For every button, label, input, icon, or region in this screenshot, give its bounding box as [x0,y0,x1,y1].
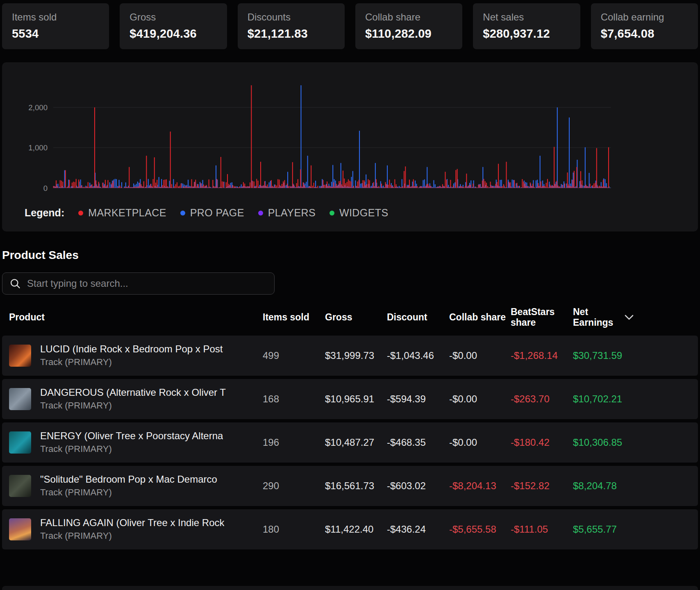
marketplace-dot-icon [78,211,83,216]
stat-card-net-sales: Net sales $280,937.12 [473,3,580,49]
stat-value: $7,654.08 [601,27,688,41]
table-row[interactable]: LUCID (Indie Rock x Bedroom Pop x Post T… [2,336,698,376]
product-cell: ENERGY (Oliver Tree x Poorstacy Alterna … [2,430,263,454]
stat-label: Collab share [365,11,452,23]
stat-card-gross: Gross $419,204.36 [120,3,227,49]
widgets-dot-icon [330,211,334,216]
legend-title: Legend: [25,207,64,219]
table-body: LUCID (Indie Rock x Bedroom Pop x Post T… [2,336,698,549]
stat-label: Discounts [248,11,335,23]
product-title: DANGEROUS (Alternative Rock x Oliver T [40,387,226,398]
legend-item-pro-page[interactable]: PRO PAGE [180,207,244,219]
collab-share-value: -$0.00 [449,393,511,405]
net-earnings-label: Net Earnings [573,307,618,328]
discount-value: -$468.35 [387,437,449,448]
legend-label: MARKETPLACE [88,207,166,219]
collab-share-value: -$5,655.58 [449,524,511,535]
page-title: Product Sales [2,249,698,262]
stat-card-discounts: Discounts $21,121.83 [238,3,345,49]
net-earnings-value: $10,702.21 [573,393,698,405]
legend-label: WIDGETS [339,207,388,219]
sales-chart-panel: 01,0002,000 Legend: MARKETPLACE PRO PAGE… [2,62,698,231]
table-row[interactable]: FALLING AGAIN (Oliver Tree x Indie Rock … [2,509,698,549]
product-title: ENERGY (Oliver Tree x Poorstacy Alterna [40,430,223,442]
stat-label: Gross [130,11,217,23]
beatstars-share-value: -$263.70 [511,393,573,405]
next-row-partial [2,586,698,590]
search-bar [2,272,275,295]
items-sold-value: 499 [263,350,325,361]
svg-text:2,000: 2,000 [28,103,48,112]
chevron-down-icon [625,315,634,320]
column-header-beatstars-share[interactable]: BeatStars share [511,307,573,328]
product-artwork [9,431,31,454]
product-cell: DANGEROUS (Alternative Rock x Oliver T T… [2,387,263,411]
stat-label: Collab earning [601,11,688,23]
stat-label: Net sales [483,11,570,23]
product-type: Track (PRIMARY) [40,531,224,541]
product-cell: "Solitude" Bedroom Pop x Mac Demarco Tra… [2,474,263,498]
product-sales-table: Product Items sold Gross Discount Collab… [2,302,698,549]
product-title: FALLING AGAIN (Oliver Tree x Indie Rock [40,517,224,529]
pro-page-dot-icon [180,211,185,216]
product-artwork [9,475,31,497]
discount-value: -$594.39 [387,393,449,405]
collab-share-value: -$0.00 [449,350,511,361]
product-type: Track (PRIMARY) [40,357,223,368]
gross-value: $10,487.27 [325,437,387,448]
stat-card-collab-earning: Collab earning $7,654.08 [591,3,698,49]
discount-value: -$436.24 [387,524,449,535]
stat-card-items-sold: Items sold 5534 [2,3,109,49]
stat-value: $419,204.36 [130,27,217,41]
gross-value: $11,422.40 [325,524,387,535]
collab-share-value: -$0.00 [449,437,511,448]
product-cell: FALLING AGAIN (Oliver Tree x Indie Rock … [2,517,263,541]
players-dot-icon [258,211,263,216]
stat-value: $280,937.12 [483,27,570,41]
product-type: Track (PRIMARY) [40,400,226,411]
stat-card-collab-share: Collab share $110,282.09 [355,3,462,49]
legend-label: PRO PAGE [190,207,244,219]
svg-text:0: 0 [43,184,48,193]
legend-item-marketplace[interactable]: MARKETPLACE [78,207,166,219]
dashboard-page: Items sold 5534 Gross $419,204.36 Discou… [0,0,700,549]
product-artwork [9,345,31,367]
net-earnings-value: $10,306.85 [573,437,698,448]
gross-value: $31,999.73 [325,350,387,361]
column-header-net-earnings[interactable]: Net Earnings [573,307,698,328]
column-header-collab-share[interactable]: Collab share [449,312,511,323]
product-type: Track (PRIMARY) [40,444,223,454]
sales-chart: 01,0002,000 [2,62,698,204]
table-row[interactable]: ENERGY (Oliver Tree x Poorstacy Alterna … [2,422,698,463]
column-header-discount[interactable]: Discount [387,312,449,323]
beatstars-share-value: -$1,268.14 [511,350,573,361]
product-title: "Solitude" Bedroom Pop x Mac Demarco [40,474,217,485]
stat-value: 5534 [12,27,99,41]
stat-value: $110,282.09 [365,27,452,41]
legend-item-widgets[interactable]: WIDGETS [330,207,388,219]
items-sold-value: 168 [263,393,325,405]
product-artwork [9,388,31,410]
gross-value: $10,965.91 [325,393,387,405]
table-row[interactable]: DANGEROUS (Alternative Rock x Oliver T T… [2,379,698,419]
chart-legend: Legend: MARKETPLACE PRO PAGE PLAYERS WID… [2,207,698,219]
beatstars-share-value: -$180.42 [511,437,573,448]
stat-label: Items sold [12,11,99,23]
net-earnings-value: $5,655.77 [573,524,698,535]
items-sold-value: 180 [263,524,325,535]
search-icon [9,278,21,289]
svg-text:1,000: 1,000 [28,143,48,152]
legend-item-players[interactable]: PLAYERS [258,207,316,219]
net-earnings-value: $30,731.59 [573,350,698,361]
net-earnings-value: $8,204.78 [573,480,698,492]
items-sold-value: 290 [263,480,325,492]
collab-share-value: -$8,204.13 [449,480,511,492]
product-artwork [9,518,31,540]
column-header-items-sold[interactable]: Items sold [263,312,325,323]
table-row[interactable]: "Solitude" Bedroom Pop x Mac Demarco Tra… [2,466,698,506]
legend-label: PLAYERS [268,207,316,219]
search-input[interactable] [2,272,275,295]
column-header-product[interactable]: Product [2,312,263,323]
column-header-gross[interactable]: Gross [325,312,387,323]
discount-value: -$1,043.46 [387,350,449,361]
